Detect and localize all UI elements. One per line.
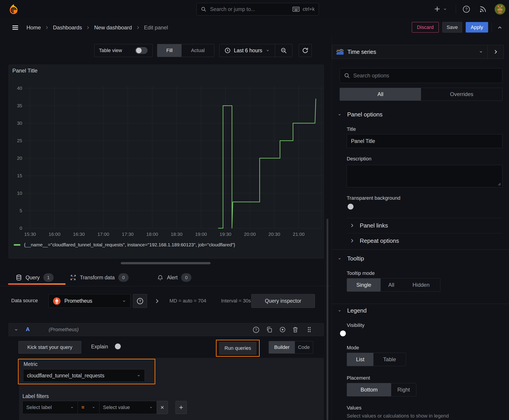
time-series-chart[interactable]: 051015202530354015:3016:0016:3017:0017:3… — [11, 83, 322, 240]
options-search-input[interactable] — [353, 68, 498, 83]
discard-button[interactable]: Discard — [412, 22, 439, 32]
breadcrumb-new-dashboard[interactable]: New dashboard — [94, 24, 132, 31]
add-filter-button[interactable] — [175, 401, 187, 414]
tab-alert[interactable]: Alert 0 — [157, 270, 191, 285]
tab-transform[interactable]: Transform data 0 — [70, 270, 129, 285]
repeat-options-section[interactable]: Repeat options — [350, 236, 399, 246]
tab-query[interactable]: Query 1 — [16, 270, 54, 285]
collapse-chevron-up-icon[interactable] — [496, 25, 503, 30]
query-ref-id: A — [26, 326, 30, 332]
fill-actual-switch: Fill Actual — [157, 44, 214, 57]
tab-transform-label: Transform data — [80, 275, 115, 281]
svg-text:18:00: 18:00 — [146, 232, 158, 237]
chevron-down-icon — [266, 49, 270, 52]
datasource-help-button[interactable]: ? — [133, 294, 147, 308]
metric-label: Metric — [23, 361, 38, 367]
panel-links-section[interactable]: Panel links — [350, 221, 388, 230]
legend-header[interactable]: Legend — [337, 307, 367, 314]
apply-button[interactable]: Apply — [466, 22, 488, 32]
search-icon — [344, 73, 350, 79]
remove-filter-button[interactable] — [157, 401, 168, 414]
run-queries-button[interactable]: Run queries — [219, 342, 256, 354]
viz-picker[interactable]: Time series — [332, 45, 488, 59]
actual-option[interactable]: Actual — [182, 44, 214, 57]
table-view-toggle[interactable] — [135, 47, 147, 54]
search-input[interactable] — [210, 6, 289, 13]
svg-text:?: ? — [139, 299, 141, 303]
svg-text:30: 30 — [17, 120, 22, 126]
builder-code-switch: Builder Code — [269, 341, 313, 354]
add-new-chevron-down-icon[interactable] — [443, 7, 448, 11]
delete-query-trash-icon[interactable] — [292, 326, 299, 333]
kickstart-query-button[interactable]: Kick start your query — [18, 341, 81, 354]
code-option[interactable]: Code — [295, 341, 313, 353]
tab-all[interactable]: All — [340, 88, 421, 100]
time-range-group: Last 6 hours — [219, 44, 292, 57]
splitter-drag-handle[interactable] — [121, 262, 211, 264]
tab-overrides[interactable]: Overrides — [421, 88, 502, 100]
svg-text:17:30: 17:30 — [122, 232, 134, 237]
legend-series-label[interactable]: {__name__="cloudflared_tunnel_total_requ… — [24, 242, 235, 248]
select-value-placeholder: Select value — [103, 405, 130, 410]
chart-legend[interactable]: {__name__="cloudflared_tunnel_total_requ… — [14, 242, 235, 248]
expand-chevron-right-icon[interactable] — [155, 298, 159, 304]
tooltip-header[interactable]: Tooltip — [337, 255, 364, 262]
chevron-down-icon — [137, 374, 141, 377]
breadcrumb-sep-icon — [86, 25, 90, 30]
tooltip-single-option[interactable]: Single — [347, 278, 381, 292]
chevron-down-icon — [479, 50, 483, 54]
panel-title-field[interactable] — [347, 134, 502, 148]
query-help-icon[interactable]: ? — [252, 326, 260, 333]
global-search[interactable]: ctrl+k — [196, 3, 319, 15]
add-new-icon[interactable] — [433, 5, 441, 13]
legend-list-option[interactable]: List — [347, 353, 373, 366]
select-label-dropdown[interactable]: Select label — [23, 401, 78, 414]
topnav-divider — [456, 5, 456, 14]
scrollbar-thumb[interactable] — [327, 219, 328, 420]
news-rss-icon[interactable] — [479, 5, 487, 13]
datasource-picker[interactable]: Prometheus — [48, 294, 131, 308]
collapse-chevron-down-icon[interactable] — [14, 328, 19, 332]
grafana-logo-icon[interactable] — [8, 3, 19, 15]
fill-option[interactable]: Fill — [157, 44, 182, 57]
collapse-sidebar-button[interactable] — [488, 45, 504, 59]
interval-info: Interval = 30s — [221, 298, 251, 304]
options-search[interactable] — [340, 68, 502, 83]
zoom-out-button[interactable] — [275, 44, 292, 57]
panel-edit-main: Table view Fill Actual Last 6 hours — [0, 37, 330, 420]
select-value-dropdown[interactable]: Select value — [99, 401, 157, 414]
resize-handle-icon[interactable] — [497, 182, 501, 186]
metric-select[interactable]: cloudflared_tunnel_total_requests — [23, 369, 145, 382]
menu-icon[interactable] — [11, 24, 19, 31]
panel-title-input[interactable] — [347, 134, 502, 148]
query-row-header[interactable]: A (Prometheus) ? — [8, 323, 324, 336]
breadcrumb-home[interactable]: Home — [26, 24, 41, 31]
builder-option[interactable]: Builder — [269, 341, 295, 353]
tooltip-hidden-option[interactable]: Hidden — [402, 278, 440, 292]
time-range-picker[interactable]: Last 6 hours — [220, 44, 275, 57]
zoom-out-icon — [280, 47, 287, 54]
legend-bottom-option[interactable]: Bottom — [347, 383, 391, 396]
duplicate-query-icon[interactable] — [266, 326, 273, 333]
panel-links-heading: Panel links — [360, 222, 388, 229]
panel-options-header[interactable]: Panel options — [337, 111, 383, 118]
search-shortcut: ctrl+k — [303, 6, 315, 12]
panel-preview[interactable]: Panel Title 051015202530354015:3016:0016… — [8, 65, 324, 258]
description-textarea[interactable] — [347, 165, 502, 187]
divider — [347, 218, 502, 218]
time-series-viz-icon — [336, 49, 344, 55]
breadcrumb-dashboards[interactable]: Dashboards — [53, 24, 82, 31]
breadcrumb-sep-icon — [45, 25, 48, 30]
refresh-button[interactable] — [299, 44, 312, 57]
user-avatar[interactable] — [495, 4, 505, 15]
legend-table-option[interactable]: Table — [373, 353, 406, 366]
tooltip-all-option[interactable]: All — [381, 278, 402, 292]
drag-handle-grip-icon[interactable] — [306, 326, 313, 333]
save-button[interactable]: Save — [442, 22, 462, 32]
help-icon[interactable]: ? — [462, 5, 471, 13]
toggle-visibility-eye-icon[interactable] — [279, 326, 286, 333]
chevron-right-icon — [350, 223, 354, 228]
query-inspector-button[interactable]: Query inspector — [251, 294, 315, 308]
legend-right-option[interactable]: Right — [391, 383, 416, 396]
operator-dropdown[interactable]: = — [78, 401, 99, 414]
